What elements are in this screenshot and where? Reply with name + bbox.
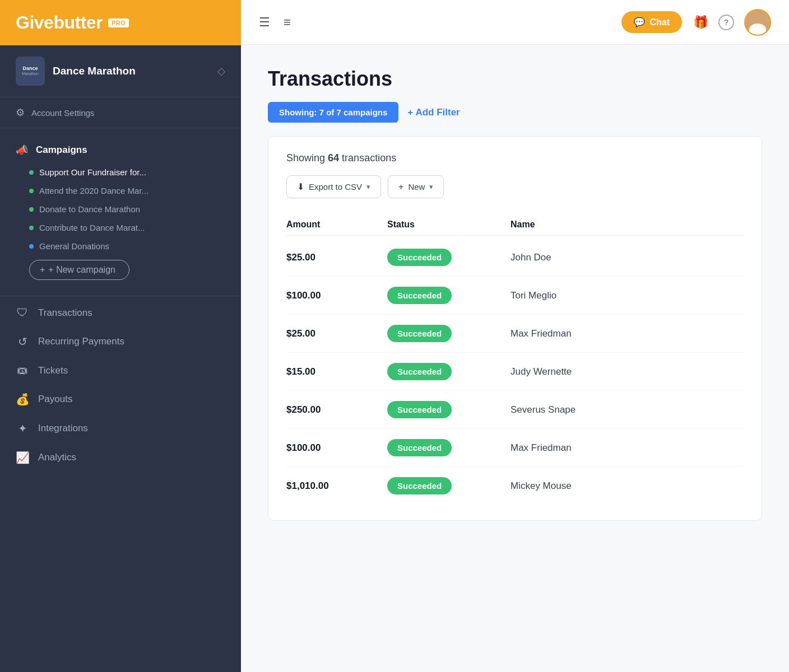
nav-label: Recurring Payments (38, 336, 124, 347)
org-name: Dance Marathon (53, 65, 217, 77)
status-badge: Succeeded (387, 401, 452, 418)
shield-icon: 🛡 (16, 306, 29, 319)
table-row[interactable]: $100.00 Succeeded Max Friedman (286, 429, 744, 467)
table-row[interactable]: $25.00 Succeeded John Doe (286, 239, 744, 277)
chat-button[interactable]: 💬 Chat (621, 11, 682, 33)
avatar-image (745, 10, 770, 35)
list-icon[interactable]: ≡ (284, 15, 291, 30)
campaign-dot-icon (29, 244, 34, 249)
campaign-item-label: Donate to Dance Marathon (39, 204, 140, 214)
table-row[interactable]: $15.00 Succeeded Judy Wernette (286, 353, 744, 391)
campaign-dot-icon (29, 170, 34, 175)
status-cell: Succeeded (387, 249, 510, 266)
amount-cell: $100.00 (286, 290, 387, 301)
gift-icon[interactable]: 🎁 (693, 15, 708, 30)
campaign-item[interactable]: Attend the 2020 Dance Mar... (0, 181, 241, 200)
campaign-item-label: Attend the 2020 Dance Mar... (39, 186, 148, 195)
hamburger-icon[interactable]: ☰ (259, 15, 270, 30)
amount-cell: $100.00 (286, 442, 387, 454)
nav-label: Tickets (38, 365, 68, 376)
chevron-down-icon: ▾ (366, 183, 370, 191)
campaigns-label: Campaigns (36, 144, 87, 156)
filter-row: Showing: 7 of 7 campaigns + Add Filter (268, 102, 762, 123)
name-cell: John Doe (510, 252, 744, 263)
sidebar-item-transactions[interactable]: 🛡 Transactions (0, 298, 241, 327)
nav-label: Integrations (38, 423, 88, 434)
new-button[interactable]: + New ▾ (388, 175, 444, 198)
campaign-item-label: Contribute to Dance Marat... (39, 223, 145, 232)
help-icon[interactable]: ? (718, 15, 734, 30)
amount-cell: $25.00 (286, 328, 387, 339)
campaign-item[interactable]: General Donations (0, 237, 241, 255)
campaign-item-label: General Donations (39, 241, 109, 251)
org-icon: Dance Marathon (16, 57, 45, 86)
logo-text: Givebutter (16, 12, 103, 33)
top-bar: ☰ ≡ 💬 Chat 🎁 ? (241, 0, 789, 45)
divider (0, 296, 241, 296)
account-settings-label: Account Settings (31, 108, 95, 118)
status-badge: Succeeded (387, 249, 452, 266)
showing-badge: Showing: 7 of 7 campaigns (268, 102, 398, 123)
status-badge: Succeeded (387, 439, 452, 456)
sidebar-item-tickets[interactable]: 🎟 Tickets (0, 356, 241, 385)
recurring-icon: ↺ (16, 335, 29, 348)
page-content: Transactions Showing: 7 of 7 campaigns +… (241, 45, 789, 672)
nav-label: Analytics (38, 452, 76, 463)
table-row[interactable]: $100.00 Succeeded Tori Meglio (286, 277, 744, 315)
actions-row: ⬇ Export to CSV ▾ + New ▾ (286, 175, 744, 198)
export-icon: ⬇ (297, 181, 304, 192)
campaign-item[interactable]: Support Our Fundraiser for... (0, 163, 241, 181)
pro-badge: PRO (108, 18, 129, 27)
org-chevron-icon[interactable]: ◇ (217, 65, 225, 77)
main-area: ☰ ≡ 💬 Chat 🎁 ? Transactions Showing: 7 o… (241, 0, 789, 672)
payouts-icon: 💰 (16, 393, 29, 406)
transactions-table: $25.00 Succeeded John Doe $100.00 Succee… (286, 239, 744, 505)
table-row[interactable]: $25.00 Succeeded Max Friedman (286, 315, 744, 353)
name-header: Name (510, 220, 744, 230)
chevron-down-icon: ▾ (429, 183, 433, 191)
plus-icon: + (40, 265, 45, 275)
add-filter-label: + Add Filter (407, 107, 460, 118)
campaign-item[interactable]: Contribute to Dance Marat... (0, 218, 241, 237)
status-badge: Succeeded (387, 287, 452, 304)
campaigns-icon: 📣 (16, 144, 28, 156)
account-settings-item[interactable]: ⚙ Account Settings (0, 97, 241, 128)
export-label: Export to CSV (309, 182, 362, 192)
status-cell: Succeeded (387, 401, 510, 418)
avatar-body (749, 24, 766, 35)
status-header: Status (387, 220, 510, 230)
new-campaign-label: + New campaign (48, 265, 115, 275)
name-cell: Judy Wernette (510, 366, 744, 377)
table-row[interactable]: $1,010.00 Succeeded Mickey Mouse (286, 467, 744, 505)
campaigns-header: 📣 Campaigns (0, 139, 241, 163)
avatar[interactable] (744, 9, 771, 36)
gear-icon: ⚙ (16, 106, 25, 119)
add-filter-button[interactable]: + Add Filter (407, 107, 462, 118)
sidebar-item-payouts[interactable]: 💰 Payouts (0, 385, 241, 414)
sidebar-item-integrations[interactable]: ✦ Integrations (0, 414, 241, 443)
amount-cell: $25.00 (286, 252, 387, 263)
campaign-item[interactable]: Donate to Dance Marathon (0, 200, 241, 218)
new-label: New (408, 182, 425, 192)
sidebar-item-recurring-payments[interactable]: ↺ Recurring Payments (0, 327, 241, 356)
amount-header: Amount (286, 220, 387, 230)
new-campaign-button[interactable]: + + New campaign (29, 260, 129, 280)
table-row[interactable]: $250.00 Succeeded Severus Snape (286, 391, 744, 429)
export-csv-button[interactable]: ⬇ Export to CSV ▾ (286, 175, 381, 198)
analytics-icon: 📈 (16, 451, 29, 464)
chat-label: Chat (649, 17, 670, 27)
org-row[interactable]: Dance Marathon Dance Marathon ◇ (0, 45, 241, 97)
transactions-word: transactions (342, 152, 396, 164)
question-mark: ? (724, 18, 728, 27)
sidebar-item-analytics[interactable]: 📈 Analytics (0, 443, 241, 472)
showing-prefix: Showing (286, 152, 325, 164)
name-cell: Tori Meglio (510, 290, 744, 301)
transactions-card: Showing 64 transactions ⬇ Export to CSV … (268, 136, 762, 521)
campaign-list: Support Our Fundraiser for... Attend the… (0, 163, 241, 289)
transactions-summary: Showing 64 transactions (286, 152, 744, 164)
status-cell: Succeeded (387, 439, 510, 456)
campaign-dot-icon (29, 207, 34, 212)
campaigns-section: 📣 Campaigns Support Our Fundraiser for..… (0, 128, 241, 293)
campaign-dot-icon (29, 189, 34, 193)
status-cell: Succeeded (387, 363, 510, 380)
